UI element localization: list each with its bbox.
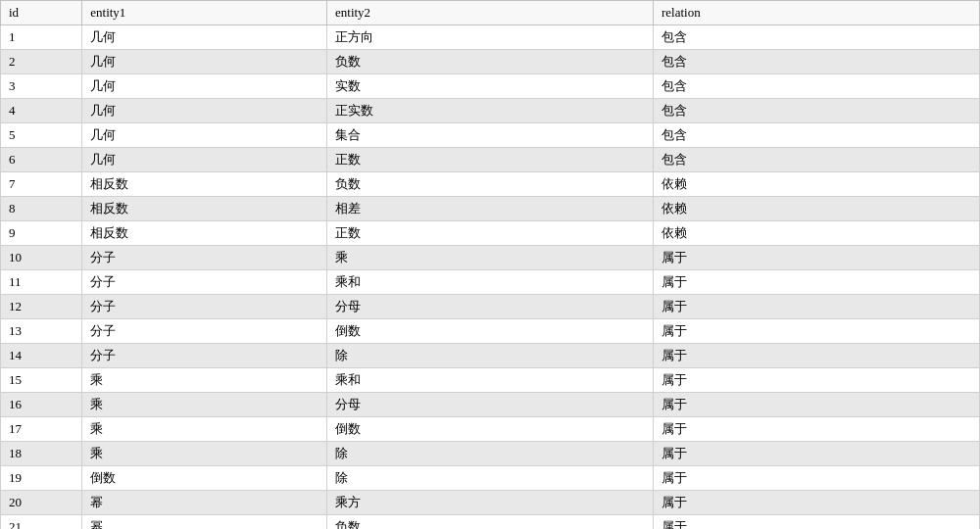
column-header-entity1: entity1	[82, 1, 327, 25]
cell-relation: 包含	[654, 123, 980, 148]
cell-entity1: 幂	[82, 491, 327, 515]
cell-id: 18	[1, 442, 82, 466]
cell-entity1: 几何	[82, 148, 327, 172]
cell-id: 6	[1, 148, 82, 172]
table-row: 20幂乘方属于	[1, 491, 980, 515]
cell-entity1: 乘	[82, 368, 327, 393]
cell-entity2: 倒数	[327, 319, 654, 344]
cell-entity2: 乘和	[327, 368, 654, 393]
cell-entity2: 乘	[327, 246, 654, 270]
cell-relation: 属于	[654, 246, 980, 270]
cell-entity1: 几何	[82, 50, 327, 74]
table-row: 18乘除属于	[1, 442, 980, 466]
cell-entity2: 负数	[327, 515, 654, 530]
cell-relation: 依赖	[654, 221, 980, 246]
cell-entity1: 几何	[82, 74, 327, 99]
cell-relation: 属于	[654, 319, 980, 344]
table-container: id entity1 entity2 relation 1几何正方向包含2几何负…	[0, 0, 980, 529]
cell-id: 10	[1, 246, 82, 270]
table-row: 13分子倒数属于	[1, 319, 980, 344]
cell-entity2: 倒数	[327, 417, 654, 442]
table-row: 17乘倒数属于	[1, 417, 980, 442]
cell-entity1: 相反数	[82, 221, 327, 246]
table-row: 16乘分母属于	[1, 393, 980, 417]
cell-entity1: 分子	[82, 270, 327, 295]
cell-entity1: 乘	[82, 442, 327, 466]
cell-entity2: 正方向	[327, 25, 654, 50]
table-row: 7相反数负数依赖	[1, 172, 980, 197]
cell-id: 21	[1, 515, 82, 530]
cell-id: 3	[1, 74, 82, 99]
cell-entity1: 倒数	[82, 466, 327, 491]
cell-entity1: 分子	[82, 319, 327, 344]
cell-relation: 包含	[654, 74, 980, 99]
cell-relation: 属于	[654, 393, 980, 417]
table-row: 10分子乘属于	[1, 246, 980, 270]
column-header-entity2: entity2	[327, 1, 654, 25]
cell-relation: 属于	[654, 442, 980, 466]
cell-entity1: 相反数	[82, 172, 327, 197]
cell-entity2: 除	[327, 344, 654, 368]
table-row: 15乘乘和属于	[1, 368, 980, 393]
cell-entity2: 相差	[327, 197, 654, 221]
cell-entity2: 乘方	[327, 491, 654, 515]
cell-entity1: 乘	[82, 393, 327, 417]
cell-entity2: 除	[327, 466, 654, 491]
cell-entity2: 正数	[327, 221, 654, 246]
cell-id: 14	[1, 344, 82, 368]
cell-entity2: 除	[327, 442, 654, 466]
cell-id: 1	[1, 25, 82, 50]
table-row: 9相反数正数依赖	[1, 221, 980, 246]
cell-relation: 属于	[654, 466, 980, 491]
table-row: 2几何负数包含	[1, 50, 980, 74]
cell-entity1: 乘	[82, 417, 327, 442]
cell-entity1: 分子	[82, 344, 327, 368]
table-header-row: id entity1 entity2 relation	[1, 1, 980, 25]
cell-id: 19	[1, 466, 82, 491]
cell-id: 4	[1, 99, 82, 123]
table-row: 19倒数除属于	[1, 466, 980, 491]
cell-relation: 包含	[654, 25, 980, 50]
cell-entity2: 乘和	[327, 270, 654, 295]
cell-relation: 属于	[654, 344, 980, 368]
cell-relation: 属于	[654, 417, 980, 442]
cell-id: 7	[1, 172, 82, 197]
cell-entity2: 分母	[327, 393, 654, 417]
table-row: 11分子乘和属于	[1, 270, 980, 295]
cell-id: 8	[1, 197, 82, 221]
cell-entity1: 幂	[82, 515, 327, 530]
cell-entity1: 分子	[82, 246, 327, 270]
cell-id: 12	[1, 295, 82, 319]
cell-id: 15	[1, 368, 82, 393]
cell-relation: 属于	[654, 368, 980, 393]
table-row: 3几何实数包含	[1, 74, 980, 99]
cell-id: 20	[1, 491, 82, 515]
table-row: 4几何正实数包含	[1, 99, 980, 123]
cell-relation: 依赖	[654, 197, 980, 221]
cell-id: 16	[1, 393, 82, 417]
cell-entity1: 分子	[82, 295, 327, 319]
cell-entity2: 集合	[327, 123, 654, 148]
cell-relation: 属于属于	[654, 515, 980, 530]
cell-relation: 包含	[654, 148, 980, 172]
data-table: id entity1 entity2 relation 1几何正方向包含2几何负…	[0, 0, 980, 529]
column-header-relation: relation	[654, 1, 980, 25]
cell-id: 13	[1, 319, 82, 344]
cell-entity2: 正实数	[327, 99, 654, 123]
cell-relation: 包含	[654, 50, 980, 74]
table-row: 6几何正数包含	[1, 148, 980, 172]
cell-relation: 属于	[654, 270, 980, 295]
cell-entity2: 负数	[327, 50, 654, 74]
cell-entity2: 分母	[327, 295, 654, 319]
cell-entity1: 几何	[82, 123, 327, 148]
cell-entity1: 几何	[82, 99, 327, 123]
table-row: 21幂负数属于属于	[1, 515, 980, 530]
cell-relation: 属于	[654, 491, 980, 515]
cell-relation: 包含	[654, 99, 980, 123]
cell-entity2: 正数	[327, 148, 654, 172]
cell-entity2: 实数	[327, 74, 654, 99]
cell-relation: 依赖	[654, 172, 980, 197]
column-header-id: id	[1, 1, 82, 25]
cell-id: 5	[1, 123, 82, 148]
table-row: 5几何集合包含	[1, 123, 980, 148]
